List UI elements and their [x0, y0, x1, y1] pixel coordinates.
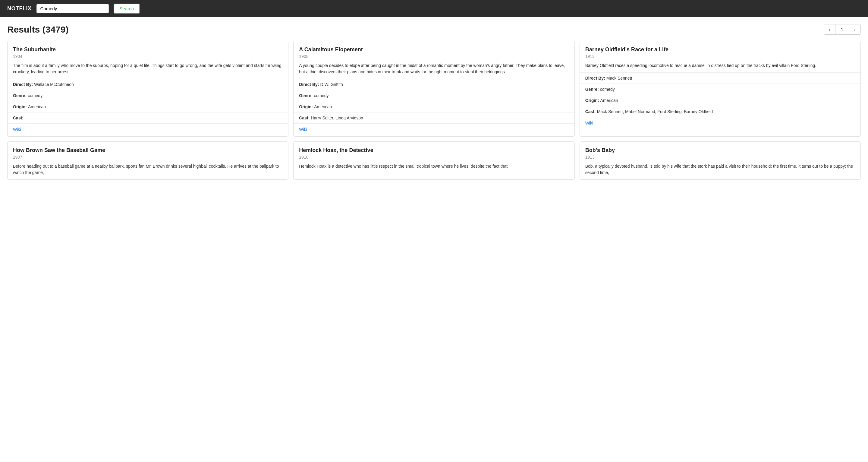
origin-row: Origin:American: [580, 95, 861, 106]
card-top: A Calamitous Elopement 1908 A young coup…: [293, 41, 574, 79]
card-wiki: Wiki: [7, 123, 288, 136]
director-row: Direct By:D.W. Griffith: [293, 79, 574, 90]
genre-value: comedy: [600, 87, 615, 92]
genre-value: comedy: [28, 93, 42, 98]
movie-card: Bob's Baby 1913 Bob, a typically devoted…: [580, 141, 861, 180]
origin-value: American: [28, 104, 46, 109]
cast-row: Cast:: [7, 113, 288, 123]
director-value: Wallace McCutcheon: [34, 82, 74, 87]
movie-title: Hemlock Hoax, the Detective: [299, 147, 569, 153]
movie-description: The film is about a family who move to t…: [13, 62, 283, 75]
movie-description: Hemlock Hoax is a detective who has litt…: [299, 163, 569, 170]
movie-description: Bob, a typically devoted husband, is tol…: [585, 163, 855, 176]
cast-label: Cast:: [299, 115, 310, 120]
genre-label: Genre:: [299, 93, 313, 98]
movie-year: 1908: [299, 54, 569, 59]
card-details: Direct By:D.W. GriffithGenre:comedyOrigi…: [293, 79, 574, 123]
genre-label: Genre:: [13, 93, 27, 98]
card-wiki: Wiki: [580, 117, 861, 130]
movie-card: The Suburbanite 1904 The film is about a…: [7, 41, 288, 137]
card-top: How Brown Saw the Baseball Game 1907 Bef…: [7, 142, 288, 179]
movie-year: 1913: [585, 54, 855, 59]
card-details: Direct By:Mack SennettGenre:comedyOrigin…: [580, 73, 861, 117]
wiki-link[interactable]: Wiki: [585, 121, 593, 125]
origin-row: Origin:American: [293, 101, 574, 113]
cards-grid: The Suburbanite 1904 The film is about a…: [7, 41, 861, 180]
movie-card: Barney Oldfield's Race for a Life 1913 B…: [580, 41, 861, 137]
movie-description: A young couple decides to elope after be…: [299, 62, 569, 75]
next-page-button[interactable]: ›: [849, 24, 861, 34]
card-wiki: Wiki: [293, 123, 574, 136]
movie-title: A Calamitous Elopement: [299, 47, 569, 53]
cast-row: Cast:Harry Solter, Linda Arvidson: [293, 113, 574, 123]
movie-title: Bob's Baby: [585, 147, 855, 153]
cast-value: Mack Sennett, Mabel Normand, Ford Sterli…: [597, 109, 713, 114]
card-top: Barney Oldfield's Race for a Life 1913 B…: [580, 41, 861, 73]
cast-label: Cast:: [13, 115, 24, 120]
movie-year: 1910: [299, 155, 569, 160]
results-title: Results (3479): [7, 24, 68, 35]
movie-description: Barney Oldfield races a speeding locomot…: [585, 62, 855, 69]
movie-title: The Suburbanite: [13, 47, 283, 53]
genre-row: Genre:comedy: [580, 84, 861, 95]
origin-label: Origin:: [299, 104, 313, 109]
origin-value: American: [314, 104, 332, 109]
card-top: Bob's Baby 1913 Bob, a typically devoted…: [580, 142, 861, 179]
genre-row: Genre:comedy: [7, 90, 288, 101]
wiki-link[interactable]: Wiki: [13, 127, 21, 132]
cast-value: Harry Solter, Linda Arvidson: [311, 115, 363, 120]
director-label: Direct By:: [585, 76, 605, 81]
movie-year: 1904: [13, 54, 283, 59]
card-top: Hemlock Hoax, the Detective 1910 Hemlock…: [293, 142, 574, 173]
director-label: Direct By:: [299, 82, 319, 87]
movie-title: How Brown Saw the Baseball Game: [13, 147, 283, 153]
director-label: Direct By:: [13, 82, 33, 87]
origin-value: American: [600, 98, 618, 103]
logo: NOTFLIX: [7, 5, 32, 12]
wiki-link[interactable]: Wiki: [299, 127, 307, 132]
genre-label: Genre:: [585, 87, 599, 92]
movie-card: Hemlock Hoax, the Detective 1910 Hemlock…: [293, 141, 575, 180]
pagination: ‹ 1 ›: [824, 24, 861, 35]
cast-label: Cast:: [585, 109, 596, 114]
director-row: Direct By:Wallace McCutcheon: [7, 79, 288, 90]
search-button[interactable]: Search: [114, 4, 140, 13]
director-value: D.W. Griffith: [320, 82, 343, 87]
genre-row: Genre:comedy: [293, 90, 574, 101]
prev-page-button[interactable]: ‹: [824, 24, 835, 34]
movie-title: Barney Oldfield's Race for a Life: [585, 47, 855, 53]
director-value: Mack Sennett: [607, 76, 632, 81]
director-row: Direct By:Mack Sennett: [580, 73, 861, 84]
card-top: The Suburbanite 1904 The film is about a…: [7, 41, 288, 79]
origin-label: Origin:: [13, 104, 27, 109]
main-content: Results (3479) ‹ 1 › The Suburbanite 190…: [0, 17, 868, 180]
genre-value: comedy: [314, 93, 329, 98]
origin-label: Origin:: [585, 98, 599, 103]
movie-card: How Brown Saw the Baseball Game 1907 Bef…: [7, 141, 288, 180]
header: NOTFLIX Search: [0, 0, 868, 17]
card-details: Direct By:Wallace McCutcheonGenre:comedy…: [7, 79, 288, 123]
movie-year: 1907: [13, 155, 283, 160]
results-header: Results (3479) ‹ 1 ›: [7, 24, 861, 35]
current-page: 1: [835, 24, 849, 34]
movie-card: A Calamitous Elopement 1908 A young coup…: [293, 41, 575, 137]
cast-row: Cast:Mack Sennett, Mabel Normand, Ford S…: [580, 106, 861, 117]
movie-year: 1913: [585, 155, 855, 160]
movie-description: Before heading out to a baseball game at…: [13, 163, 283, 176]
search-input[interactable]: [36, 4, 109, 13]
origin-row: Origin:American: [7, 101, 288, 113]
